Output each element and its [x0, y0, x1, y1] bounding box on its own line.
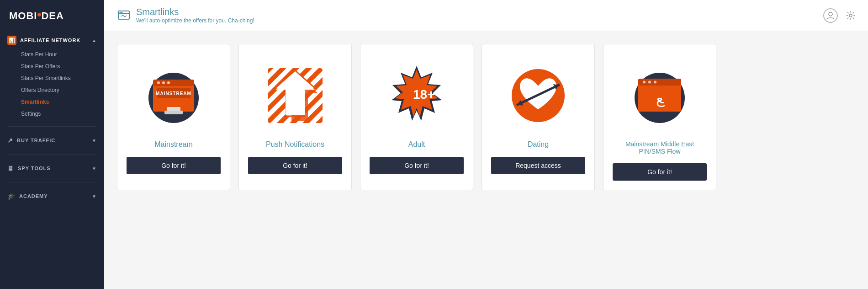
user-avatar-icon[interactable]	[823, 8, 838, 23]
push-notifications-icon-area	[259, 59, 332, 132]
adult-button[interactable]: Go for it!	[370, 157, 464, 174]
page-subtitle: We'll auto-optimize the offers for you. …	[136, 17, 254, 24]
card-adult: 18+ Adult Go for it!	[360, 44, 473, 190]
affiliate-network-icon: 📊	[7, 36, 16, 45]
mainstream-title: Mainstream	[154, 140, 193, 149]
topbar-title-wrap: Smartlinks We'll auto-optimize the offer…	[136, 7, 254, 24]
card-push-notifications: Push Notifications Go for it!	[238, 44, 352, 190]
nav-settings[interactable]: Settings	[0, 108, 104, 120]
svg-point-34	[648, 81, 651, 84]
spy-tools-arrow: ▼	[92, 166, 97, 171]
academy-icon: 🎓	[7, 193, 16, 200]
svg-point-4	[829, 12, 832, 16]
spy-tools-label: SPY TOOLS	[18, 166, 51, 171]
academy-section: 🎓 ACADEMY ▼	[0, 186, 104, 208]
buy-traffic-arrow: ▼	[92, 138, 97, 143]
topbar: Smartlinks We'll auto-optimize the offer…	[104, 0, 868, 31]
svg-text:MAINSTREAM: MAINSTREAM	[156, 91, 191, 96]
mainstream-middle-east-icon-area: ﻊ	[623, 59, 696, 132]
mainstream-middle-east-title: Mainstream Middle East PIN/SMS Flow	[613, 140, 707, 155]
svg-point-35	[654, 81, 656, 84]
affiliate-network-header[interactable]: 📊 AFFILIATE NETWORK ▲	[0, 30, 104, 48]
svg-rect-15	[164, 111, 183, 114]
settings-gear-icon[interactable]	[846, 11, 855, 20]
topbar-right	[823, 8, 855, 23]
spy-tools-icon: 🖥	[7, 165, 14, 172]
mainstream-middle-east-button[interactable]: Go for it!	[613, 163, 707, 181]
mainstream-icon-area: MAINSTREAM	[137, 59, 210, 132]
adult-icon-area: 18+	[380, 59, 453, 132]
buy-traffic-label: BUY TRAFFIC	[17, 138, 55, 143]
nav-stats-per-hour[interactable]: Stats Per Hour	[0, 48, 104, 60]
svg-point-3	[122, 11, 123, 13]
subtitle-plain: We'll auto-optimize the offers for you.	[136, 17, 226, 24]
dating-button[interactable]: Request access	[491, 157, 585, 174]
affiliate-network-section: 📊 AFFILIATE NETWORK ▲ Stats Per Hour Sta…	[0, 30, 104, 124]
logo-text: MOBIDEA	[9, 10, 64, 22]
topbar-left: Smartlinks We'll auto-optimize the offer…	[117, 7, 254, 24]
svg-point-33	[643, 81, 646, 84]
affiliate-network-arrow: ▲	[92, 38, 97, 43]
svg-point-2	[120, 11, 121, 13]
divider-2	[7, 154, 97, 155]
buy-traffic-header[interactable]: ↗ BUY TRAFFIC ▼	[0, 130, 104, 148]
nav-smartlinks[interactable]: Smartlinks	[0, 96, 104, 108]
svg-point-10	[162, 81, 165, 84]
cards-area: MAINSTREAM Mainstream Go for it!	[104, 31, 868, 203]
card-dating: Dating Request access	[482, 44, 595, 190]
push-notifications-title: Push Notifications	[266, 140, 324, 149]
dating-icon-area	[502, 59, 575, 132]
sidebar: MOBIDEA 📊 AFFILIATE NETWORK ▲ Stats Per …	[0, 0, 104, 289]
affiliate-network-label: AFFILIATE NETWORK	[20, 37, 80, 43]
main-content: Smartlinks We'll auto-optimize the offer…	[104, 0, 868, 289]
card-mainstream-middle-east: ﻊ Mainstream Middle East PIN/SMS Flow Go…	[603, 44, 716, 190]
svg-point-11	[167, 81, 170, 84]
buy-traffic-icon: ↗	[7, 137, 13, 144]
dating-title: Dating	[528, 140, 549, 149]
card-mainstream: MAINSTREAM Mainstream Go for it!	[117, 44, 230, 190]
academy-label: ACADEMY	[19, 193, 48, 199]
spy-tools-section: 🖥 SPY TOOLS ▼	[0, 158, 104, 180]
academy-header[interactable]: 🎓 ACADEMY ▼	[0, 186, 104, 203]
svg-point-5	[849, 14, 852, 17]
smartlinks-header-icon	[117, 9, 131, 22]
svg-text:ﻊ: ﻊ	[656, 90, 665, 107]
divider-1	[7, 126, 97, 127]
academy-arrow: ▼	[92, 194, 97, 199]
logo-dot	[37, 13, 41, 16]
page-title: Smartlinks	[136, 7, 254, 17]
buy-traffic-section: ↗ BUY TRAFFIC ▼	[0, 130, 104, 152]
svg-point-9	[157, 81, 160, 84]
divider-3	[7, 182, 97, 182]
nav-stats-per-smartlinks[interactable]: Stats Per Smartlinks	[0, 72, 104, 84]
svg-text:18+: 18+	[413, 87, 435, 102]
mainstream-button[interactable]: Go for it!	[127, 157, 221, 174]
adult-title: Adult	[408, 140, 425, 149]
push-notifications-button[interactable]: Go for it!	[248, 157, 342, 174]
logo-area: MOBIDEA	[0, 0, 104, 30]
subtitle-highlight: Cha-ching!	[228, 17, 254, 24]
nav-offers-directory[interactable]: Offers Directory	[0, 84, 104, 96]
spy-tools-header[interactable]: 🖥 SPY TOOLS ▼	[0, 158, 104, 176]
nav-stats-per-offers[interactable]: Stats Per Offers	[0, 60, 104, 72]
